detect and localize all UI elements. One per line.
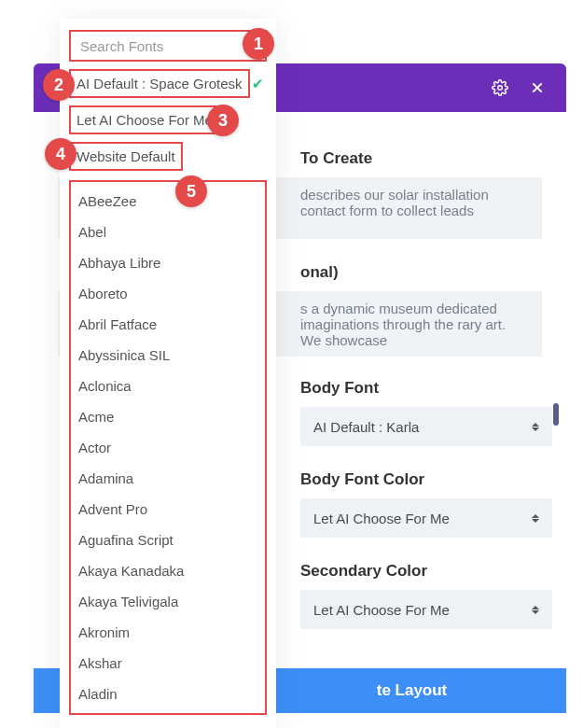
font-option[interactable]: Aguafina Script xyxy=(75,525,261,555)
font-option[interactable]: Advent Pro xyxy=(75,494,261,525)
font-option[interactable]: Aboreto xyxy=(75,278,261,309)
font-option[interactable]: Akaya Kanadaka xyxy=(75,555,261,586)
select-caret-icon xyxy=(532,514,539,523)
body-font-color-value: Let AI Choose For Me xyxy=(313,511,450,526)
font-option[interactable]: Akaya Telivigala xyxy=(75,586,261,617)
ai-default-label: AI Default : Space Grotesk xyxy=(76,76,243,91)
font-option[interactable]: Akronim xyxy=(75,617,261,648)
font-option[interactable]: Abhaya Libre xyxy=(75,247,261,278)
font-list: ABeeZeeAbelAbhaya LibreAboretoAbril Fatf… xyxy=(69,180,267,715)
annotation-4: 4 xyxy=(45,138,76,170)
font-search-wrap xyxy=(69,30,267,62)
secondary-color-value: Let AI Choose For Me xyxy=(313,602,450,618)
secondary-color-select[interactable]: Let AI Choose For Me xyxy=(300,590,552,629)
body-font-value: AI Default : Karla xyxy=(313,419,419,435)
body-font-color-label: Body Font Color xyxy=(300,470,552,489)
body-font-select[interactable]: AI Default : Karla xyxy=(300,407,552,446)
font-option-let-ai[interactable]: Let AI Choose For Me xyxy=(69,105,220,134)
body-font-label: Body Font xyxy=(300,379,552,398)
generate-button-label: te Layout xyxy=(377,681,448,700)
check-icon: ✔ xyxy=(252,76,264,91)
textarea-scrollbar[interactable] xyxy=(553,403,559,426)
font-option[interactable]: Aclonica xyxy=(75,371,261,401)
body-font-field: Body Font AI Default : Karla xyxy=(300,379,552,446)
select-caret-icon xyxy=(532,423,539,431)
annotation-2: 2 xyxy=(43,69,75,101)
font-option[interactable]: Aladin xyxy=(75,679,261,709)
font-search-input[interactable] xyxy=(80,38,256,54)
annotation-3: 3 xyxy=(207,105,239,136)
close-icon[interactable] xyxy=(529,79,546,96)
svg-point-0 xyxy=(498,86,503,91)
font-option[interactable]: Abril Fatface xyxy=(75,309,261,340)
font-option[interactable]: Akshar xyxy=(75,648,261,679)
annotation-1: 1 xyxy=(243,28,274,60)
optional-label: onal) xyxy=(300,263,542,282)
select-caret-icon xyxy=(532,606,539,614)
font-option-ai-default[interactable]: AI Default : Space Grotesk xyxy=(69,69,250,98)
font-option[interactable]: Abyssinica SIL xyxy=(75,340,261,371)
font-dropdown: AI Default : Space Grotesk✔ Let AI Choos… xyxy=(60,19,276,728)
font-option-website-default[interactable]: Website Default xyxy=(69,142,183,171)
font-option[interactable]: Acme xyxy=(75,401,261,432)
body-font-color-select[interactable]: Let AI Choose For Me xyxy=(300,498,552,538)
font-option[interactable]: ABeeZee xyxy=(75,186,261,217)
gear-icon[interactable] xyxy=(492,79,508,96)
font-option[interactable]: Adamina xyxy=(75,463,261,494)
create-label: To Create xyxy=(300,149,542,168)
font-option[interactable]: Abel xyxy=(75,217,261,247)
body-font-color-field: Body Font Color Let AI Choose For Me xyxy=(300,470,552,538)
annotation-5: 5 xyxy=(175,175,207,207)
secondary-color-label: Secondary Color xyxy=(300,562,552,581)
font-option[interactable]: Actor xyxy=(75,432,261,463)
secondary-color-field: Secondary Color Let AI Choose For Me xyxy=(300,562,552,629)
